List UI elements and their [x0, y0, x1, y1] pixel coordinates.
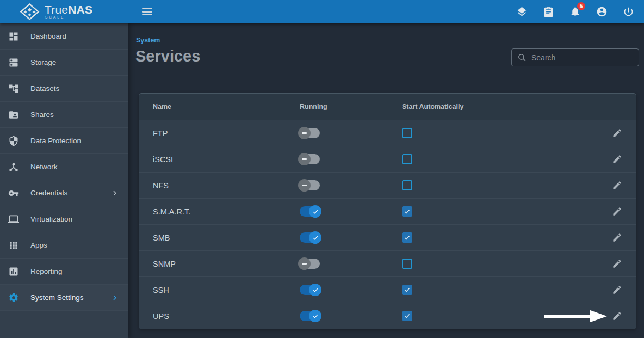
- start-automatically-checkbox[interactable]: [402, 259, 412, 269]
- notification-badge: 5: [577, 2, 585, 10]
- edit-service-button[interactable]: [612, 285, 623, 296]
- service-name: iSCSI: [153, 155, 300, 164]
- table-row: SNMP: [139, 250, 636, 276]
- table-row: S.M.A.R.T.: [139, 198, 636, 224]
- start-automatically-checkbox[interactable]: [402, 232, 412, 243]
- network-icon: [8, 162, 19, 173]
- running-toggle[interactable]: [300, 311, 320, 321]
- search-box: [511, 48, 639, 66]
- start-automatically-checkbox[interactable]: [402, 180, 412, 190]
- sidebar-item-label: Apps: [30, 241, 47, 249]
- edit-service-button[interactable]: [612, 154, 623, 165]
- sidebar-item-data-protection[interactable]: Data Protection: [0, 128, 128, 154]
- start-automatically-checkbox[interactable]: [402, 128, 412, 138]
- sidebar-item-system-settings[interactable]: System Settings: [0, 285, 128, 311]
- truecommand-icon[interactable]: [515, 5, 528, 19]
- service-name: S.M.A.R.T.: [153, 207, 300, 216]
- table-header: Name Running Start Automatically: [139, 94, 636, 120]
- start-automatically-checkbox[interactable]: [402, 311, 412, 321]
- edit-service-button[interactable]: [612, 180, 623, 191]
- sidebar-item-label: Network: [30, 163, 58, 171]
- service-name: SNMP: [153, 260, 300, 268]
- apps-icon: [8, 240, 19, 251]
- main-content: System Services Name Running Start Autom…: [128, 23, 644, 338]
- service-name: SMB: [153, 233, 300, 242]
- edit-service-button[interactable]: [612, 311, 623, 322]
- table-row: NFS: [139, 172, 636, 198]
- running-toggle[interactable]: [300, 206, 320, 217]
- chevron-right-icon: [110, 293, 120, 303]
- services-table: Name Running Start Automatically FTP iSC…: [139, 93, 636, 329]
- edit-service-button[interactable]: [612, 259, 623, 269]
- running-toggle[interactable]: [300, 285, 320, 295]
- sidebar-item-label: Reporting: [30, 267, 63, 275]
- running-toggle[interactable]: [300, 232, 320, 243]
- table-row: UPS: [139, 303, 636, 329]
- header-divider: [136, 77, 640, 77]
- page-title: Services: [135, 47, 200, 65]
- sidebar-item-label: Dashboard: [30, 32, 66, 40]
- notifications-icon[interactable]: 5: [568, 5, 581, 19]
- brand-edition: SCALE: [45, 16, 92, 20]
- sidebar-item-label: Datasets: [30, 84, 59, 93]
- edit-service-button[interactable]: [612, 232, 623, 243]
- table-row: SSH: [139, 276, 636, 303]
- sidebar-item-datasets[interactable]: Datasets: [0, 76, 128, 102]
- truenas-logo[interactable]: TrueNAS SCALE: [0, 0, 128, 23]
- search-input[interactable]: [531, 53, 633, 62]
- menu-icon[interactable]: [142, 5, 156, 19]
- start-automatically-checkbox[interactable]: [402, 285, 412, 295]
- chevron-right-icon: [110, 188, 120, 198]
- datasets-icon: [8, 83, 19, 94]
- edit-service-button[interactable]: [612, 206, 623, 217]
- sidebar: Dashboard Storage Datasets Shares Data P…: [0, 23, 128, 338]
- search-icon: [517, 53, 527, 62]
- top-bar: TrueNAS SCALE 5: [0, 0, 644, 23]
- tasks-icon[interactable]: [542, 5, 555, 19]
- power-icon[interactable]: [622, 5, 635, 19]
- pointer-arrow: [544, 309, 608, 323]
- sidebar-item-shares[interactable]: Shares: [0, 102, 128, 128]
- topbar-icon-group: 5: [515, 5, 635, 19]
- service-name: SSH: [153, 286, 300, 294]
- reporting-icon: [8, 266, 19, 277]
- edit-service-button[interactable]: [612, 128, 623, 139]
- sidebar-item-reporting[interactable]: Reporting: [0, 259, 128, 285]
- sidebar-item-storage[interactable]: Storage: [0, 50, 128, 76]
- column-running: Running: [300, 103, 402, 110]
- brand-name: TrueNAS: [45, 4, 92, 15]
- table-row: iSCSI: [139, 146, 636, 172]
- truenas-logo-icon: [20, 3, 40, 21]
- sidebar-item-credentials[interactable]: Credentials: [0, 180, 128, 206]
- sidebar-item-label: Storage: [30, 58, 56, 66]
- service-name: NFS: [153, 181, 300, 190]
- sidebar-item-label: Credentials: [30, 189, 67, 197]
- sidebar-item-label: Shares: [30, 110, 54, 119]
- running-toggle[interactable]: [300, 128, 320, 138]
- user-icon[interactable]: [595, 5, 608, 19]
- dashboard-icon: [8, 31, 19, 42]
- table-row: SMB: [139, 224, 636, 250]
- credentials-icon: [8, 188, 19, 199]
- storage-icon: [8, 57, 19, 68]
- running-toggle[interactable]: [300, 154, 320, 164]
- running-toggle[interactable]: [300, 180, 320, 190]
- sidebar-item-virtualization[interactable]: Virtualization: [0, 206, 128, 232]
- start-automatically-checkbox[interactable]: [402, 154, 412, 164]
- column-start-automatically: Start Automatically: [402, 103, 541, 110]
- sidebar-item-label: Virtualization: [30, 215, 72, 223]
- system-settings-icon: [8, 292, 19, 303]
- breadcrumb[interactable]: System: [136, 36, 160, 44]
- virtualization-icon: [8, 214, 19, 225]
- sidebar-item-dashboard[interactable]: Dashboard: [0, 23, 128, 50]
- service-name: UPS: [153, 312, 300, 321]
- sidebar-item-network[interactable]: Network: [0, 154, 128, 180]
- service-name: FTP: [153, 129, 300, 138]
- start-automatically-checkbox[interactable]: [402, 206, 412, 217]
- table-row: FTP: [139, 120, 636, 146]
- running-toggle[interactable]: [300, 259, 320, 269]
- data-protection-icon: [8, 136, 19, 146]
- shares-icon: [8, 109, 19, 120]
- sidebar-item-apps[interactable]: Apps: [0, 232, 128, 259]
- column-name: Name: [153, 103, 300, 110]
